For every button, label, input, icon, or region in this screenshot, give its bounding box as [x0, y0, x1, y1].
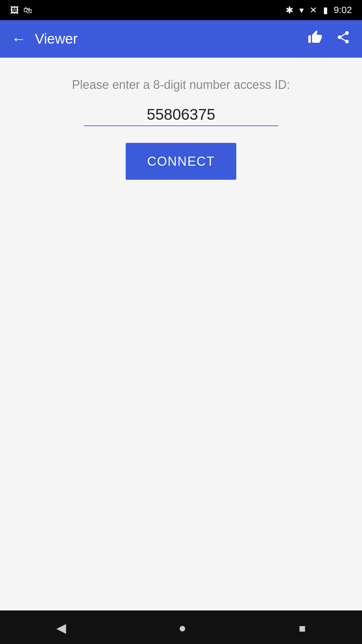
share-icon	[336, 30, 351, 45]
access-id-input[interactable]	[84, 105, 278, 126]
bluetooth-icon: ✱	[286, 5, 293, 16]
wifi-icon: ▾	[299, 5, 304, 15]
nav-bar	[0, 610, 362, 644]
nav-home-button[interactable]	[179, 619, 186, 636]
status-bar: 🖼 🛍 ✱ ▾ ✕ ▮ 9:02	[0, 0, 362, 20]
nav-recents-button[interactable]	[299, 619, 306, 636]
nav-back-button[interactable]	[56, 619, 66, 636]
back-button[interactable]	[8, 27, 29, 51]
share-button[interactable]	[333, 26, 354, 51]
main-content: Please enter a 8-digit number access ID:…	[0, 58, 362, 610]
connect-button[interactable]: CONNECT	[126, 143, 236, 180]
photo-icon: 🖼	[10, 5, 19, 15]
app-bar: Viewer	[0, 20, 362, 58]
status-bar-left-icons: 🖼 🛍	[10, 5, 32, 15]
status-time: 9:02	[334, 5, 352, 15]
app-bar-title: Viewer	[35, 31, 304, 47]
thumbs-up-icon	[308, 30, 322, 45]
prompt-text: Please enter a 8-digit number access ID:	[72, 78, 290, 92]
app-bar-actions	[304, 26, 354, 51]
shopping-icon: 🛍	[23, 5, 32, 15]
thumbs-up-button[interactable]	[304, 26, 326, 51]
battery-icon: ▮	[323, 5, 328, 15]
signal-icon: ✕	[310, 5, 317, 15]
